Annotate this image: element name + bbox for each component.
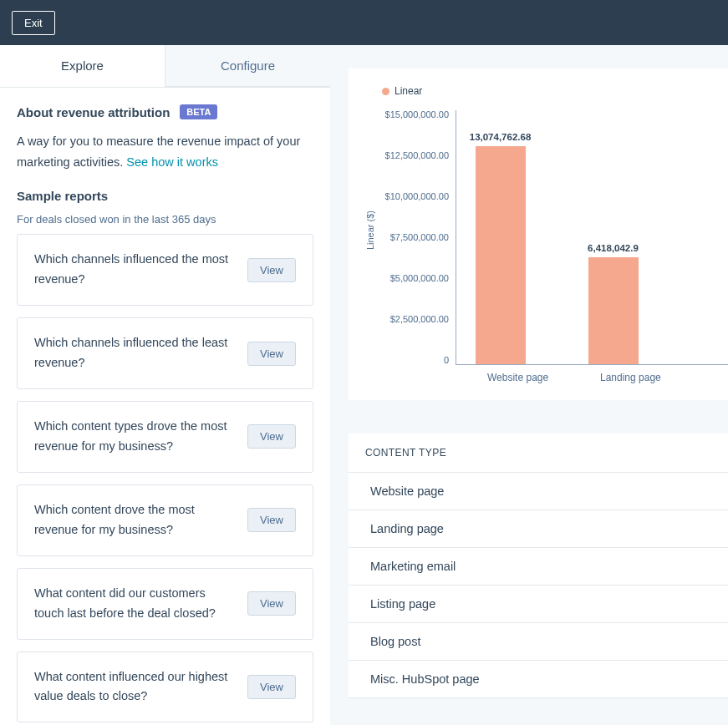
intro-text: A way for you to measure the revenue imp… xyxy=(17,131,313,172)
content-type-table: CONTENT TYPE Website pageLanding pageMar… xyxy=(349,433,728,698)
view-button[interactable]: View xyxy=(247,591,296,616)
sample-reports-subtext: For deals closed won in the last 365 day… xyxy=(17,213,313,226)
report-question: What content did our customers touch las… xyxy=(34,584,236,624)
table-row[interactable]: Listing page xyxy=(349,586,728,623)
table-header: CONTENT TYPE xyxy=(349,433,728,473)
report-card: What content influenced our highest valu… xyxy=(17,651,313,723)
see-how-it-works-link[interactable]: See how it works xyxy=(126,155,218,169)
x-axis-label: Landing page xyxy=(600,372,654,383)
report-card: Which content types drove the most reven… xyxy=(17,401,313,473)
y-tick: $12,500,000.00 xyxy=(380,151,449,160)
beta-badge: BETA xyxy=(180,104,217,119)
report-question: Which content types drove the most reven… xyxy=(34,417,236,457)
exit-button[interactable]: Exit xyxy=(12,11,55,35)
about-heading-row: About revenue attribution BETA xyxy=(17,104,313,119)
x-axis-labels: Website pageLanding page xyxy=(471,372,728,383)
main-area: Explore Configure About revenue attribut… xyxy=(0,45,728,725)
tab-configure[interactable]: Configure xyxy=(165,45,330,87)
table-row[interactable]: Website page xyxy=(349,473,728,510)
view-button[interactable]: View xyxy=(247,508,296,532)
x-axis-label: Website page xyxy=(487,372,542,383)
bar-group: 13,074,762.68 xyxy=(473,132,527,364)
tab-explore[interactable]: Explore xyxy=(0,45,165,87)
view-button[interactable]: View xyxy=(247,258,296,282)
y-axis-ticks: $15,000,000.00$12,500,000.00$10,000,000.… xyxy=(380,110,449,365)
top-header: Exit xyxy=(0,0,728,45)
view-button[interactable]: View xyxy=(247,675,296,699)
chart-legend: Linear xyxy=(382,85,728,97)
chart-container: Linear Linear ($) $15,000,000.00$12,500,… xyxy=(349,68,728,400)
panel-content: About revenue attribution BETA A way for… xyxy=(0,88,330,725)
report-card: Which channels influenced the least reve… xyxy=(17,317,313,389)
view-button[interactable]: View xyxy=(247,342,296,366)
report-question: What content influenced our highest valu… xyxy=(34,667,236,707)
table-row[interactable]: Landing page xyxy=(349,510,728,548)
y-tick: 0 xyxy=(380,356,449,365)
tabs: Explore Configure xyxy=(0,45,330,88)
chart-bar xyxy=(588,257,639,364)
table-row[interactable]: Marketing email xyxy=(349,548,728,586)
view-button[interactable]: View xyxy=(247,424,296,449)
report-question: Which channels influenced the least reve… xyxy=(34,333,236,373)
y-tick: $2,500,000.00 xyxy=(380,315,449,324)
report-question: Which content drove the most revenue for… xyxy=(34,500,236,540)
plot-area: 13,074,762.686,418,042.9 xyxy=(456,110,728,365)
bar-value-label: 6,418,042.9 xyxy=(588,243,639,253)
legend-label: Linear xyxy=(395,85,422,97)
report-card: What content did our customers touch las… xyxy=(17,568,313,640)
y-tick: $15,000,000.00 xyxy=(380,110,449,119)
legend-dot-icon xyxy=(382,88,389,95)
bar-value-label: 13,074,762.68 xyxy=(470,132,532,142)
y-tick: $7,500,000.00 xyxy=(380,233,449,242)
y-tick: $10,000,000.00 xyxy=(380,192,449,201)
chart-body: Linear ($) $15,000,000.00$12,500,000.00$… xyxy=(365,110,728,365)
table-row[interactable]: Blog post xyxy=(349,623,728,661)
sample-reports-heading: Sample reports xyxy=(17,189,313,203)
right-panel: Linear Linear ($) $15,000,000.00$12,500,… xyxy=(330,45,728,725)
y-axis-label: Linear ($) xyxy=(365,210,375,250)
left-panel: Explore Configure About revenue attribut… xyxy=(0,45,330,725)
bar-group: 6,418,042.9 xyxy=(586,243,640,364)
report-question: Which channels influenced the most reven… xyxy=(34,250,236,290)
report-card: Which content drove the most revenue for… xyxy=(17,484,313,556)
report-card: Which channels influenced the most reven… xyxy=(17,234,313,306)
table-row[interactable]: Misc. HubSpot page xyxy=(349,661,728,698)
y-tick: $5,000,000.00 xyxy=(380,274,449,283)
about-title: About revenue attribution xyxy=(17,105,170,119)
chart-bar xyxy=(476,146,526,364)
